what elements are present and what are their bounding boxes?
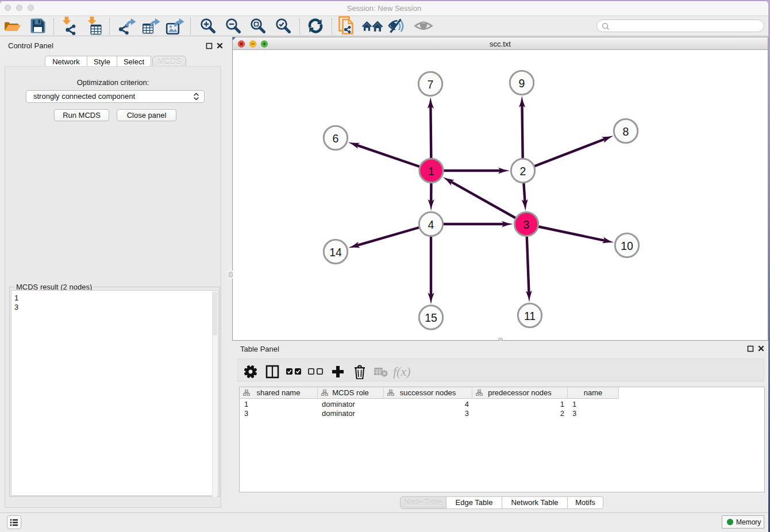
svg-text:6: 6 bbox=[333, 132, 339, 145]
svg-text:f(x): f(x) bbox=[393, 364, 411, 379]
svg-text:7: 7 bbox=[428, 78, 434, 91]
svg-text:9: 9 bbox=[519, 77, 525, 90]
svg-text:2: 2 bbox=[520, 165, 526, 178]
svg-text:10: 10 bbox=[621, 240, 633, 252]
svg-text:15: 15 bbox=[425, 311, 437, 324]
svg-text:4: 4 bbox=[428, 218, 434, 231]
svg-text:3: 3 bbox=[523, 218, 530, 231]
svg-text:11: 11 bbox=[524, 310, 536, 322]
svg-text:1: 1 bbox=[428, 165, 434, 178]
svg-text:14: 14 bbox=[329, 246, 342, 259]
svg-text:8: 8 bbox=[623, 125, 629, 138]
